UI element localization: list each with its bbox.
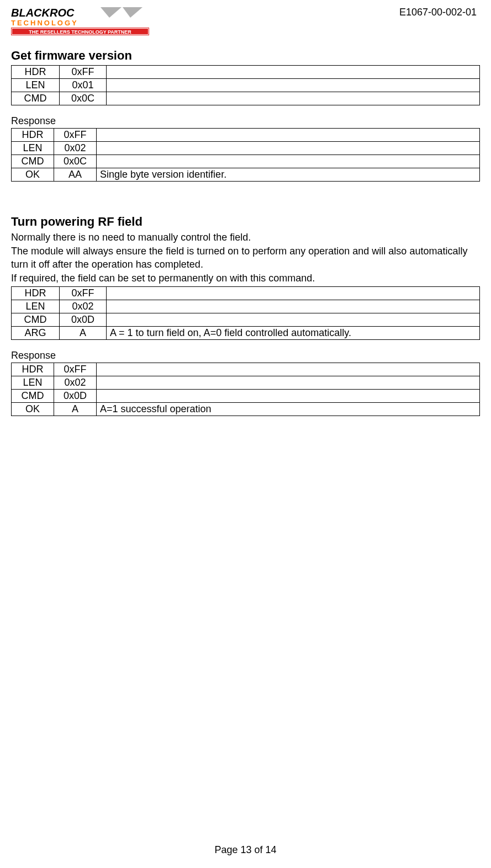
cell-value: 0x01 bbox=[60, 79, 107, 92]
table-row: LEN 0x01 bbox=[12, 79, 480, 92]
cell-desc bbox=[97, 129, 480, 142]
cell-desc bbox=[97, 389, 480, 402]
cell-label: ARG bbox=[12, 326, 60, 339]
table-row: LEN 0x02 bbox=[12, 300, 480, 313]
cell-value: 0xFF bbox=[54, 363, 97, 376]
cell-value: 0xFF bbox=[60, 286, 107, 300]
cell-value: 0xFF bbox=[60, 66, 107, 79]
table-row: LEN 0x02 bbox=[12, 142, 480, 155]
cell-value: 0x0D bbox=[60, 313, 107, 326]
request-table-firmware: HDR 0xFF LEN 0x01 CMD 0x0C bbox=[11, 65, 480, 105]
table-row: HDR 0xFF bbox=[12, 129, 480, 142]
svg-marker-1 bbox=[101, 7, 122, 18]
cell-desc bbox=[107, 300, 480, 313]
table-row: HDR 0xFF bbox=[12, 363, 480, 376]
cell-label: OK bbox=[12, 168, 54, 182]
cell-value: 0x02 bbox=[54, 142, 97, 155]
paragraph: If required, the field can be set to per… bbox=[11, 272, 480, 285]
table-row: CMD 0x0D bbox=[12, 389, 480, 402]
cell-desc bbox=[97, 155, 480, 168]
cell-value: A bbox=[60, 326, 107, 339]
cell-label: LEN bbox=[12, 300, 60, 313]
cell-label: CMD bbox=[12, 92, 60, 105]
paragraph: Normally there is no need to manually co… bbox=[11, 231, 480, 244]
cell-label: CMD bbox=[12, 389, 54, 402]
cell-desc: Single byte version identifier. bbox=[97, 168, 480, 182]
cell-value: 0x02 bbox=[60, 300, 107, 313]
cell-desc bbox=[107, 286, 480, 300]
table-row: OK A A=1 successful operation bbox=[12, 402, 480, 416]
cell-value: 0x0C bbox=[54, 155, 97, 168]
cell-label: HDR bbox=[12, 286, 60, 300]
cell-label: CMD bbox=[12, 155, 54, 168]
cell-value: 0x02 bbox=[54, 376, 97, 389]
table-row: CMD 0x0D bbox=[12, 313, 480, 326]
cell-label: LEN bbox=[12, 142, 54, 155]
cell-desc bbox=[107, 79, 480, 92]
cell-label: HDR bbox=[12, 66, 60, 79]
cell-value: 0x0D bbox=[54, 389, 97, 402]
logo: BLACKROC TECHNOLOGY THE RESELLERS TECHNO… bbox=[11, 6, 155, 39]
cell-desc bbox=[97, 376, 480, 389]
cell-label: LEN bbox=[12, 79, 60, 92]
table-row: CMD 0x0C bbox=[12, 92, 480, 105]
cell-value: 0xFF bbox=[54, 129, 97, 142]
response-table-rf-field: HDR 0xFF LEN 0x02 CMD 0x0D OK A A=1 succ… bbox=[11, 363, 480, 416]
cell-label: LEN bbox=[12, 376, 54, 389]
request-table-rf-field: HDR 0xFF LEN 0x02 CMD 0x0D ARG A A = 1 t… bbox=[11, 286, 480, 340]
svg-text:TECHNOLOGY: TECHNOLOGY bbox=[11, 19, 78, 27]
document-id: E1067-00-002-01 bbox=[399, 6, 480, 18]
section-title-rf-field: Turn powering RF field bbox=[11, 215, 480, 229]
cell-desc: A = 1 to turn field on, A=0 field contro… bbox=[107, 326, 480, 339]
response-heading: Response bbox=[11, 115, 480, 127]
cell-desc bbox=[97, 363, 480, 376]
page-header: BLACKROC TECHNOLOGY THE RESELLERS TECHNO… bbox=[11, 6, 480, 39]
page-footer: Page 13 of 14 bbox=[0, 844, 491, 856]
cell-desc: A=1 successful operation bbox=[97, 402, 480, 416]
cell-label: HDR bbox=[12, 363, 54, 376]
cell-label: CMD bbox=[12, 313, 60, 326]
table-row: CMD 0x0C bbox=[12, 155, 480, 168]
paragraph: The module will always ensure the field … bbox=[11, 245, 480, 271]
response-table-firmware: HDR 0xFF LEN 0x02 CMD 0x0C OK AA Single … bbox=[11, 128, 480, 182]
response-heading: Response bbox=[11, 350, 480, 361]
table-row: LEN 0x02 bbox=[12, 376, 480, 389]
table-row: HDR 0xFF bbox=[12, 66, 480, 79]
cell-desc bbox=[97, 142, 480, 155]
cell-desc bbox=[107, 92, 480, 105]
svg-text:BLACKROC: BLACKROC bbox=[11, 7, 75, 19]
table-row: OK AA Single byte version identifier. bbox=[12, 168, 480, 182]
cell-label: HDR bbox=[12, 129, 54, 142]
table-row: HDR 0xFF bbox=[12, 286, 480, 300]
svg-marker-2 bbox=[123, 7, 142, 18]
cell-desc bbox=[107, 66, 480, 79]
svg-text:THE RESELLERS TECHNOLOGY PARTN: THE RESELLERS TECHNOLOGY PARTNER bbox=[29, 29, 131, 35]
table-row: ARG A A = 1 to turn field on, A=0 field … bbox=[12, 326, 480, 339]
section-title-firmware: Get firmware version bbox=[11, 49, 480, 63]
cell-value: 0x0C bbox=[60, 92, 107, 105]
cell-value: A bbox=[54, 402, 97, 416]
cell-value: AA bbox=[54, 168, 97, 182]
cell-desc bbox=[107, 313, 480, 326]
logo-svg: BLACKROC TECHNOLOGY THE RESELLERS TECHNO… bbox=[11, 6, 155, 36]
cell-label: OK bbox=[12, 402, 54, 416]
